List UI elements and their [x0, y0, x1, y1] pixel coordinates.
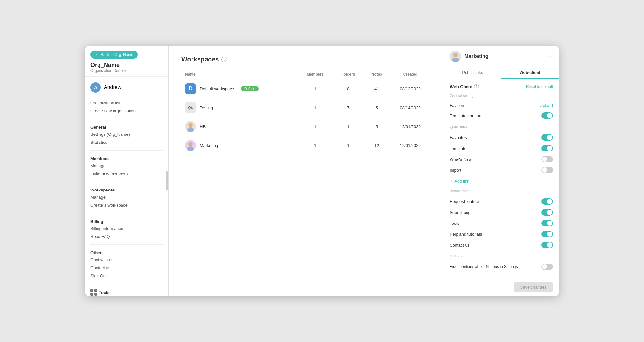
default-badge: Default	[241, 86, 259, 91]
reset-default-link[interactable]: Reset to default	[526, 85, 553, 89]
col-members: Members	[298, 69, 333, 79]
sidebar-item-invite-members[interactable]: Invite new members	[85, 170, 168, 178]
bottom-menu-row-help-tutorials: Help and tutorials	[450, 229, 553, 240]
tools-icon	[90, 289, 97, 296]
sidebar-item-create-org[interactable]: Create new organization	[85, 107, 168, 115]
settings-container: Hide mentions about Nimbus in Settings	[450, 261, 553, 272]
sidebar-section-billing: Billing Billing information Read FAQ	[85, 216, 168, 242]
col-folders: Folders	[333, 69, 364, 79]
right-panel-body: Web Client ? Reset to default General se…	[444, 79, 559, 278]
workspaces-table: Name Members Folders Notes Created D Def…	[181, 69, 431, 155]
table-row[interactable]: HR 1 1 5 12/01/2020	[181, 117, 431, 136]
sidebar-item-manage-workspaces[interactable]: Manage	[85, 193, 168, 201]
workspaces-title: Workspaces	[181, 56, 219, 63]
workspace-members: 1	[298, 136, 333, 155]
table-row[interactable]: Marketing 1 1 12 12/01/2020	[181, 136, 431, 155]
bottom-menu-label-tools: Tools	[450, 221, 459, 226]
workspace-notes: 12	[364, 136, 390, 155]
sidebar-item-sign-out[interactable]: Sign Out	[85, 272, 168, 280]
bottom-menu-label-help-tutorials: Help and tutorials	[450, 232, 482, 237]
quick-link-row-import: Import	[450, 165, 553, 175]
divider-3	[90, 182, 163, 182]
sidebar-item-manage-members[interactable]: Manage	[85, 162, 168, 170]
workspace-notes: 5	[364, 117, 390, 136]
workspace-created: 12/01/2020	[390, 117, 431, 136]
templates-button-label: Templates button	[450, 113, 481, 118]
toggle-whats-new[interactable]	[541, 156, 553, 162]
svg-point-4	[453, 53, 458, 57]
section-title-general: General	[85, 123, 168, 130]
panel-avatar	[450, 51, 461, 62]
panel-title-area: Marketing	[450, 51, 489, 62]
divider-6	[90, 284, 163, 284]
sidebar-item-chat[interactable]: Chat with us	[85, 256, 168, 264]
quick-links-label: Quick links	[450, 125, 553, 129]
toggle-import[interactable]	[541, 167, 553, 173]
toggle-contact-us[interactable]	[541, 242, 553, 248]
toggle-request-feature[interactable]	[541, 198, 553, 205]
sidebar: Back to Org_Name Org_Name Organization C…	[85, 46, 169, 296]
tools-section-title: Tools	[85, 287, 168, 296]
templates-button-toggle[interactable]	[541, 112, 553, 119]
general-settings-label: General settings	[450, 94, 553, 98]
workspace-folders: 7	[333, 98, 364, 117]
svg-point-3	[187, 146, 194, 151]
add-link-row[interactable]: + Add link	[450, 175, 553, 186]
toggle-submit-bug[interactable]	[541, 209, 553, 216]
bottom-menu-row-request-feature: Request feature	[450, 196, 553, 207]
table-row[interactable]: D Default workspace Default 1 8 41 08/12…	[181, 79, 431, 98]
sidebar-item-settings[interactable]: Settings (Org_Name)	[85, 130, 168, 138]
workspace-notes: 5	[364, 98, 390, 117]
workspace-members: 1	[298, 98, 333, 117]
toggle-favorites[interactable]	[541, 134, 553, 141]
sidebar-section-workspaces: Workspaces Manage Create a workspace	[85, 184, 168, 210]
toggle-help-tutorials[interactable]	[541, 231, 553, 237]
tabs-row: Public links Web-client	[444, 67, 559, 79]
svg-point-1	[187, 127, 194, 132]
sidebar-item-read-faq[interactable]: Read FAQ	[85, 232, 168, 240]
bottom-menu-label-request-feature: Request feature	[450, 199, 479, 204]
sidebar-section-other: Other Chat with us Contact us Sign Out	[85, 247, 168, 281]
bottom-menu-label: Bottom menu	[450, 189, 553, 193]
quick-links-container: Favorites Templates What's New Import	[450, 132, 553, 175]
org-subtitle: Organization Console	[90, 69, 163, 73]
sidebar-item-create-workspace[interactable]: Create a workspace	[85, 201, 168, 209]
sidebar-item-org-list[interactable]: Organization list	[85, 99, 168, 107]
divider-1	[90, 119, 163, 119]
quick-link-label-import: Import	[450, 168, 461, 173]
quick-link-row-favorites: Favorites	[450, 132, 553, 143]
org-name: Org_Name	[90, 62, 163, 69]
toggle-tools[interactable]	[541, 220, 553, 226]
bottom-menu-container: Request feature Submit bug Tools Help an…	[450, 196, 553, 250]
workspaces-header: Workspaces ℹ	[181, 56, 431, 63]
info-icon[interactable]: ℹ	[221, 57, 227, 62]
save-changes-button[interactable]: Save changes	[514, 282, 553, 292]
workspace-folders: 8	[333, 79, 364, 98]
section-title-other: Other	[85, 248, 168, 256]
tab-web-client[interactable]: Web-client	[501, 67, 559, 79]
user-name: Andrew	[104, 85, 121, 90]
workspace-members: 1	[298, 117, 333, 136]
toggle-hide-mentions[interactable]	[541, 264, 553, 270]
panel-title: Marketing	[464, 53, 489, 59]
section-title-billing: Billing	[85, 217, 168, 224]
add-link-plus-icon: +	[450, 178, 452, 184]
quick-link-label-favorites: Favorites	[450, 135, 467, 140]
sidebar-section-org: Organization list Create new organizatio…	[85, 98, 168, 116]
back-button[interactable]: Back to Org_Name	[90, 51, 138, 59]
table-row[interactable]: QA Testing 1 7 5 08/14/2020	[181, 98, 431, 117]
sidebar-item-statistics[interactable]: Statistics	[85, 138, 168, 146]
web-client-info-icon[interactable]: ?	[474, 84, 479, 89]
favicon-upload-link[interactable]: Upload	[540, 103, 553, 108]
tab-public-links[interactable]: Public links	[444, 67, 501, 79]
right-panel-header: Marketing ···	[444, 46, 559, 67]
workspace-name: Marketing	[200, 143, 218, 148]
sidebar-item-billing-info[interactable]: Billing information	[85, 224, 168, 232]
toggle-templates[interactable]	[541, 145, 553, 151]
sidebar-item-contact[interactable]: Contact us	[85, 264, 168, 272]
more-options-icon[interactable]: ···	[547, 53, 553, 60]
divider-4	[90, 213, 163, 213]
workspace-created: 12/01/2020	[390, 136, 431, 155]
sidebar-section-members: Members Manage Invite new members	[85, 153, 168, 179]
quick-link-row-templates: Templates	[450, 143, 553, 154]
